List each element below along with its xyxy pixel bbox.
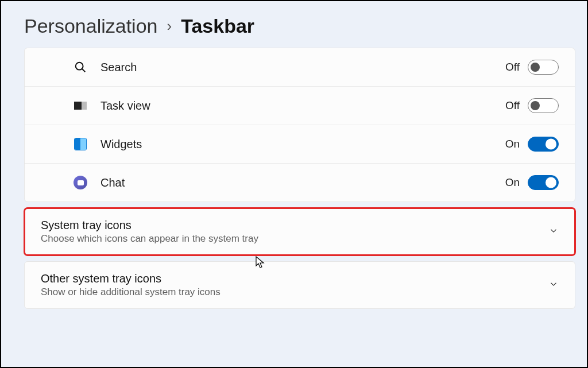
section-other-system-tray-icons[interactable]: Other system tray icons Show or hide add… [24,261,575,309]
toggle-state: Off [505,99,520,112]
svg-line-1 [82,69,86,72]
breadcrumb-parent[interactable]: Personalization [24,15,157,37]
widgets-icon [73,137,88,152]
chat-toggle[interactable] [528,175,559,190]
section-subtitle: Show or hide additional system tray icon… [41,286,548,298]
toggle-state: On [505,176,520,189]
section-subtitle: Choose which icons can appear in the sys… [41,233,548,245]
row-widgets[interactable]: Widgets On [25,125,575,164]
toggle-state: Off [505,61,520,73]
task-view-icon [73,98,88,113]
search-icon [73,60,88,75]
widgets-toggle[interactable] [528,137,559,152]
taskbar-items-panel: Search Off Task view Off Widgets On Chat [24,48,575,202]
row-task-view[interactable]: Task view Off [25,87,575,125]
toggle-state: On [505,138,520,150]
breadcrumb-current: Taskbar [181,15,254,37]
section-title: Other system tray icons [41,272,548,285]
row-label: Chat [100,176,505,189]
task-view-toggle[interactable] [528,98,559,113]
row-chat[interactable]: Chat On [25,164,575,202]
breadcrumb: Personalization › Taskbar [24,15,575,37]
chevron-down-icon [548,279,559,292]
chevron-down-icon [548,226,559,238]
row-label: Widgets [100,138,505,151]
section-system-tray-icons[interactable]: System tray icons Choose which icons can… [24,208,575,255]
chat-icon [73,175,88,190]
row-label: Search [100,61,505,74]
chevron-right-icon: › [167,17,172,35]
section-title: System tray icons [41,219,548,232]
row-search[interactable]: Search Off [25,48,575,87]
search-toggle[interactable] [528,60,559,75]
row-label: Task view [100,99,505,113]
svg-point-0 [76,63,83,70]
